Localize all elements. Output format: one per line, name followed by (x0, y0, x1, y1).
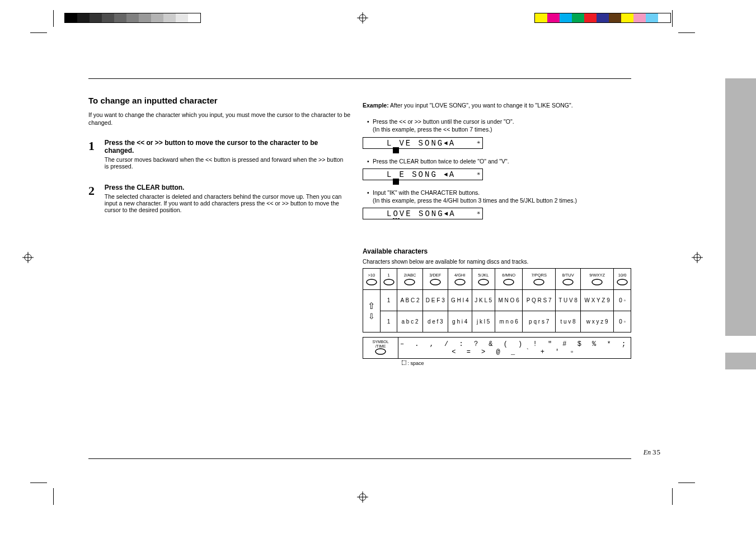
lcd-status-icons: ✳ (477, 209, 480, 217)
symbol-time-label: SYMBOL/TIME (363, 338, 398, 359)
page-number: En 35 (644, 448, 661, 457)
row-lower-3: d e f 3 (422, 311, 448, 332)
row-lower-2: a b c 2 (397, 311, 422, 332)
step-number: 1 (88, 139, 103, 153)
row-lower-4: g h i 4 (448, 311, 472, 332)
row-upper-6: M N O 6 (495, 290, 522, 311)
svg-point-22 (617, 279, 627, 285)
row-upper-10: 0 ▫ (614, 290, 631, 311)
header-3def: 3/DEF (422, 269, 448, 290)
trim-mark (53, 488, 54, 505)
row-lower-1: 1 (380, 311, 397, 332)
registration-mark-right (692, 252, 703, 263)
trim-mark (30, 483, 47, 483)
step-sub: The cursor moves backward when the << bu… (105, 156, 345, 170)
example-step-2: Press the CLEAR button twice to delete "… (363, 157, 631, 180)
step-title: Press the CLEAR button. The selected cha… (105, 184, 345, 213)
row-lower-5: j k l 5 (472, 311, 495, 332)
row-lower-8: t u v 8 (556, 311, 581, 332)
step-title: Press the << or >> button to move the cu… (105, 139, 345, 170)
row-upper-1: 1 (380, 290, 397, 311)
bullet-line: Press the CLEAR button twice to delete "… (367, 157, 631, 165)
bullet-subtext: (In this example, press the 4/GHI button… (373, 197, 577, 204)
color-swatch-strip (534, 13, 671, 23)
symbol-table: SYMBOL/TIME – . , / : ? & ( ) ! " # $ % … (363, 337, 631, 359)
intro-text: If you want to change the character whic… (88, 111, 351, 127)
step-number: 2 (88, 184, 103, 198)
side-gray-tabs (725, 78, 756, 459)
step-1: 1 Press the << or >> button to move the … (88, 139, 351, 170)
trim-mark (30, 32, 47, 33)
lcd-status-icons: ✳ (477, 139, 480, 147)
header-6mno: 6/MNO (495, 269, 522, 290)
svg-point-14 (405, 279, 415, 285)
header-8tuv: 8/TUV (556, 269, 581, 290)
header-7pqrs: 7/PQRS (523, 269, 556, 290)
lcd-display-3: LOVE SONG◄A ✳ (363, 208, 483, 219)
row-upper-3: D E F 3 (422, 290, 448, 311)
svg-point-17 (478, 279, 489, 285)
trim-mark (678, 483, 695, 483)
example-label: Example: (363, 102, 389, 109)
header-5jkl: 5/JKL (472, 269, 495, 290)
space-note: ▫ : space : space (402, 360, 631, 366)
svg-point-23 (375, 349, 386, 354)
bullet-text: Input "IK" with the CHARACTER buttons. (373, 189, 480, 196)
trim-mark (678, 32, 695, 33)
registration-mark-left (22, 252, 34, 263)
available-characters-note: Characters shown below are available for… (363, 259, 631, 265)
bullet-text: Press the << or >> button until the curs… (373, 118, 514, 125)
example-text: After you input "LOVE SONG", you want to… (390, 102, 573, 109)
svg-point-19 (534, 279, 544, 285)
section-title: To change an inputted character (88, 96, 351, 105)
svg-point-20 (563, 279, 573, 285)
row-upper-8: T U V 8 (556, 290, 581, 311)
bullet-subtext: (In this example, press the << button 7 … (373, 126, 492, 133)
svg-point-12 (367, 279, 377, 285)
symbol-chars: – . , / : ? & ( ) ! " # $ % * ; < = > @ … (398, 338, 631, 359)
page-content: To change an inputted character If you w… (88, 78, 631, 459)
header-1: 1 (380, 269, 397, 290)
example-intro: Example: After you input "LOVE SONG", yo… (363, 101, 631, 109)
header-9wxyz: 9/WXYZ (581, 269, 614, 290)
step-title-text: Press the << or >> button to move the cu… (105, 139, 318, 154)
header-4ghi: 4/GHI (448, 269, 472, 290)
shift-cell: ⇧⇩ (363, 290, 381, 332)
bullet-line: Press the << or >> button until the curs… (367, 118, 631, 133)
left-column: To change an inputted character If you w… (88, 96, 351, 227)
registration-mark-bottom (357, 491, 368, 503)
lcd-status-icons: ✳ (477, 170, 480, 178)
row-lower-7: p q r s 7 (523, 311, 556, 332)
example-step-3: Input "IK" with the CHARACTER buttons. (… (363, 189, 631, 219)
header-10-0: 10/0 (614, 269, 631, 290)
svg-point-16 (455, 279, 465, 285)
example-step-1: Press the << or >> button until the curs… (363, 118, 631, 148)
row-upper-7: P Q R S 7 (523, 290, 556, 311)
row-upper-5: J K L 5 (472, 290, 495, 311)
trim-mark (672, 10, 673, 27)
right-column: Example: After you input "LOVE SONG", yo… (363, 101, 631, 366)
svg-point-18 (504, 279, 514, 285)
registration-mark-top (357, 12, 368, 24)
page-num: 35 (652, 448, 661, 456)
row-upper-2: A B C 2 (397, 290, 422, 311)
lcd-display-1: LVE SONG◄A ✳ (363, 137, 483, 149)
svg-point-15 (430, 279, 440, 285)
row-upper-9: W X Y Z 9 (581, 290, 614, 311)
bullet-line: Input "IK" with the CHARACTER buttons. (… (367, 189, 631, 204)
row-lower-9: w x y z 9 (581, 311, 614, 332)
row-lower-10: 0 ▫ (614, 311, 631, 332)
lcd-display-2: LE SONG ◄A ✳ (363, 168, 483, 180)
row-upper-4: G H I 4 (448, 290, 472, 311)
character-table: >10 1 2/ABC 3/DEF 4/GHI 5/JKL 6/MNO 7/PQ… (363, 268, 631, 332)
step-2: 2 Press the CLEAR button. The selected c… (88, 184, 351, 213)
trim-mark (53, 10, 54, 27)
header-gt10: >10 (363, 269, 381, 290)
svg-point-21 (592, 279, 602, 285)
available-characters-title: Available characters (363, 247, 631, 255)
trim-mark (672, 488, 673, 505)
step-title-text: Press the CLEAR button. (105, 184, 185, 191)
grayscale-swatch-strip (64, 13, 201, 23)
header-2abc: 2/ABC (397, 269, 422, 290)
page-lang: En (644, 448, 651, 456)
